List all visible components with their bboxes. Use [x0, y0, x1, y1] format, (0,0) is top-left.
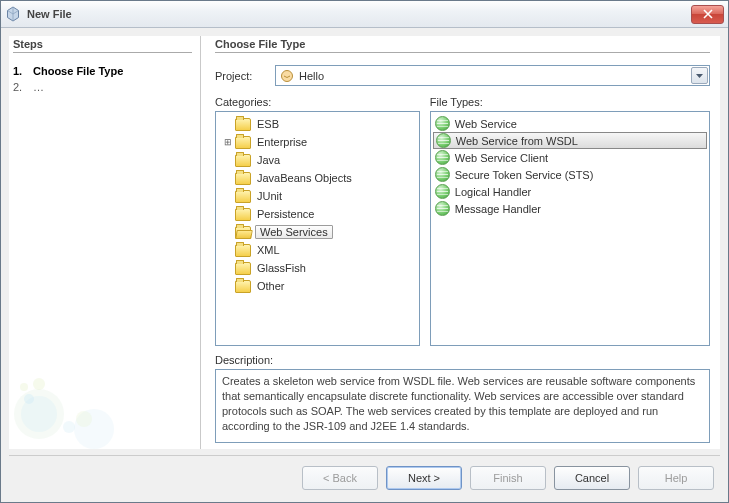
- folder-icon: [235, 262, 251, 275]
- folder-icon: [235, 244, 251, 257]
- project-label: Project:: [215, 70, 275, 82]
- dialog-icon: [5, 6, 21, 22]
- java-project-icon: [280, 69, 294, 83]
- next-button[interactable]: Next >: [386, 466, 462, 490]
- filetype-item[interactable]: Message Handler: [433, 200, 707, 217]
- category-label: ESB: [255, 118, 281, 130]
- filetype-label: Secure Token Service (STS): [455, 169, 594, 181]
- category-item[interactable]: JavaBeans Objects: [222, 169, 417, 187]
- categories-tree[interactable]: ESB⊞EnterpriseJavaJavaBeans ObjectsJUnit…: [215, 111, 420, 346]
- back-button[interactable]: < Back: [302, 466, 378, 490]
- cancel-button[interactable]: Cancel: [554, 466, 630, 490]
- category-label: Persistence: [255, 208, 316, 220]
- filetype-item[interactable]: Web Service from WSDL: [433, 132, 707, 149]
- project-value: Hello: [299, 70, 324, 82]
- svg-point-4: [21, 396, 57, 432]
- category-item[interactable]: Java: [222, 151, 417, 169]
- folder-icon: [235, 280, 251, 293]
- step-item: 1.Choose File Type: [13, 63, 192, 79]
- filetype-label: Message Handler: [455, 203, 541, 215]
- folder-icon: [235, 208, 251, 221]
- category-item[interactable]: Persistence: [222, 205, 417, 223]
- folder-icon: [235, 172, 251, 185]
- filetype-item[interactable]: Logical Handler: [433, 183, 707, 200]
- category-label: Other: [255, 280, 287, 292]
- category-item[interactable]: Other: [222, 277, 417, 295]
- finish-button[interactable]: Finish: [470, 466, 546, 490]
- watermark: [9, 339, 159, 449]
- category-item[interactable]: Web Services: [222, 223, 417, 241]
- folder-icon: [235, 190, 251, 203]
- webservice-icon: [435, 167, 450, 182]
- svg-point-1: [33, 378, 45, 390]
- filetype-item[interactable]: Web Service Client: [433, 149, 707, 166]
- webservice-icon: [435, 116, 450, 131]
- step-item: 2.…: [13, 79, 192, 95]
- category-label: XML: [255, 244, 282, 256]
- webservice-icon: [435, 150, 450, 165]
- svg-point-6: [76, 411, 92, 427]
- main-panel: Choose File Type Project: Hello Categori…: [201, 36, 720, 449]
- main-heading: Choose File Type: [215, 36, 710, 53]
- folder-icon: [235, 136, 251, 149]
- filetypes-list[interactable]: Web ServiceWeb Service from WSDLWeb Serv…: [430, 111, 710, 346]
- description-box: Creates a skeleton web service from WSDL…: [215, 369, 710, 443]
- svg-point-2: [20, 383, 28, 391]
- category-label: Web Services: [255, 225, 333, 239]
- filetype-label: Web Service: [455, 118, 517, 130]
- filetype-label: Web Service from WSDL: [456, 135, 578, 147]
- filetype-label: Web Service Client: [455, 152, 548, 164]
- webservice-icon: [436, 133, 451, 148]
- help-button[interactable]: Help: [638, 466, 714, 490]
- button-bar: < Back Next > Finish Cancel Help: [9, 455, 720, 494]
- svg-point-7: [63, 421, 75, 433]
- category-item[interactable]: JUnit: [222, 187, 417, 205]
- steps-panel: Steps 1.Choose File Type2.…: [9, 36, 201, 449]
- category-item[interactable]: GlassFish: [222, 259, 417, 277]
- close-icon: [703, 9, 713, 19]
- folder-icon: [235, 154, 251, 167]
- category-item[interactable]: XML: [222, 241, 417, 259]
- category-item[interactable]: ⊞Enterprise: [222, 133, 417, 151]
- webservice-icon: [435, 201, 450, 216]
- category-label: JUnit: [255, 190, 284, 202]
- category-label: JavaBeans Objects: [255, 172, 354, 184]
- filetype-item[interactable]: Web Service: [433, 115, 707, 132]
- filetypes-label: File Types:: [430, 96, 710, 108]
- folder-icon: [235, 226, 251, 239]
- dialog-title: New File: [27, 8, 691, 20]
- expand-icon[interactable]: ⊞: [222, 137, 233, 147]
- category-label: Enterprise: [255, 136, 309, 148]
- categories-label: Categories:: [215, 96, 420, 108]
- titlebar: New File: [1, 1, 728, 28]
- category-item[interactable]: ESB: [222, 115, 417, 133]
- category-label: GlassFish: [255, 262, 308, 274]
- filetype-item[interactable]: Secure Token Service (STS): [433, 166, 707, 183]
- webservice-icon: [435, 184, 450, 199]
- chevron-down-icon: [691, 67, 708, 84]
- category-label: Java: [255, 154, 282, 166]
- steps-heading: Steps: [13, 36, 192, 53]
- folder-icon: [235, 118, 251, 131]
- close-button[interactable]: [691, 5, 724, 24]
- project-combobox[interactable]: Hello: [275, 65, 710, 86]
- dialog-window: New File Steps 1.Choose File Type2.… Cho…: [0, 0, 729, 503]
- svg-point-8: [282, 70, 293, 81]
- filetype-label: Logical Handler: [455, 186, 531, 198]
- description-label: Description:: [215, 354, 710, 366]
